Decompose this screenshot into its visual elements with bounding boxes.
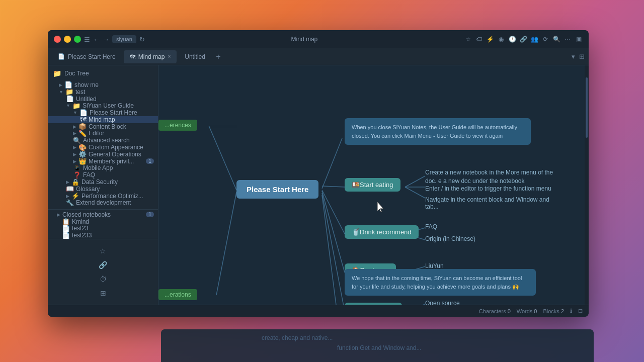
graph-icon[interactable]: ◉ <box>497 35 505 43</box>
start-eating-child-3: Navigate in the content block and Window… <box>425 196 556 210</box>
drink-recommend-node[interactable]: 🥤 Drink recommend <box>345 225 419 239</box>
closed-notebooks-badge: 1 <box>146 212 154 217</box>
history-bottom-icon[interactable]: ⏱ <box>48 273 158 286</box>
doc-icon: 📄 <box>62 225 70 232</box>
item-label: SiYuan User Guide <box>83 102 154 109</box>
sidebar-item-content-block[interactable]: ▶ 📦 Content Block <box>48 123 158 130</box>
link-bottom-icon[interactable]: 🔗 <box>48 258 158 272</box>
sidebar-item-glossary[interactable]: 📖 Glossary <box>48 186 158 193</box>
link-icon[interactable]: 🔗 <box>519 35 527 43</box>
doc-tree-header[interactable]: 📁 Doc Tree <box>48 65 158 81</box>
more-icon[interactable]: ⋯ <box>564 35 572 43</box>
svg-line-4 <box>405 187 425 198</box>
new-tab-button[interactable]: + <box>213 52 223 62</box>
sync-icon[interactable]: ↻ <box>139 36 145 43</box>
scrollbar-thumb[interactable] <box>586 77 588 138</box>
tab-untitled[interactable]: Untitled <box>179 50 211 63</box>
sidebar-item-data-security[interactable]: ▶ 🔒 Data Security <box>48 178 158 186</box>
appearance-icon: 🎨 <box>78 144 87 151</box>
folder-icon[interactable]: ☰ <box>84 36 90 43</box>
editor-icon: ✏️ <box>78 130 87 137</box>
sidebar-item-members[interactable]: ▶ 👑 Member's privil... 1 <box>48 158 158 165</box>
app-name-label[interactable]: siyuan <box>112 35 136 43</box>
sidebar-item-custom-appearance[interactable]: ▶ 🎨 Custom Appearance <box>48 144 158 151</box>
tab-bar: 📄 Please Start Here 🗺 Mind map × Untitle… <box>48 48 589 65</box>
map-icon: 🗺 <box>80 116 87 123</box>
arrow-icon: ▶ <box>59 82 62 87</box>
svg-line-15 <box>209 126 236 190</box>
panel-icon[interactable]: ▣ <box>575 35 583 43</box>
sidebar-item-test23[interactable]: 📄 test23 <box>48 225 158 232</box>
tab-bar-right: ▾ ⊞ <box>572 53 585 60</box>
sidebar-item-faq[interactable]: ❓ FAQ <box>48 171 158 178</box>
sidebar-item-mobile-app[interactable]: 📱 Mobile App <box>48 165 158 172</box>
sidebar-item-general-operations[interactable]: ▶ ⚙️ General Operations <box>48 151 158 158</box>
history-icon[interactable]: 🕐 <box>508 35 516 43</box>
close-button[interactable] <box>54 36 61 43</box>
item-label: FAQ <box>83 171 154 178</box>
item-label: Mind map <box>89 116 154 123</box>
folder-icon: 📁 <box>53 69 61 77</box>
item-label: test <box>75 88 154 96</box>
sidebar-item-advanced-search[interactable]: 🔍 Advanced search <box>48 137 158 144</box>
sidebar-item-test233[interactable]: 📄 test233 <box>48 232 158 239</box>
svg-line-12 <box>405 304 425 305</box>
sidebar-item-editor[interactable]: ▶ ✏️ Editor <box>48 130 158 137</box>
doc-icon: 📄 <box>66 96 74 103</box>
contribution-node[interactable]: ❤️ Contribution <box>345 303 402 305</box>
mindmap-area[interactable]: When you close SiYuan Notes, the User Gu… <box>158 65 589 305</box>
tab-please-start-here[interactable]: 📄 Please Start Here <box>52 50 122 63</box>
item-label: Untitled <box>76 96 154 103</box>
sidebar-item-test[interactable]: ▼ 📁 test <box>48 88 158 96</box>
sidebar-item-extend-dev[interactable]: 🔧 Extend development <box>48 200 158 207</box>
forward-button[interactable]: → <box>103 36 109 43</box>
item-label: Advanced search <box>83 137 154 144</box>
settings-bottom-icon[interactable]: ⊞ <box>48 287 158 300</box>
bottom-info-box: We hope that in the coming time, SiYuan … <box>345 269 536 296</box>
drink-label: Drink recommend <box>360 228 412 236</box>
star-icon[interactable]: ☆ <box>464 35 472 43</box>
start-eating-node[interactable]: 🍱 Start eating <box>345 178 400 192</box>
item-label: test23 <box>72 225 154 232</box>
flash-icon[interactable]: ⚡ <box>486 35 494 43</box>
minimize-button[interactable] <box>64 36 71 43</box>
characters-value: 0 <box>508 308 511 314</box>
bottom-info-text: We hope that in the coming time, SiYuan … <box>352 275 522 290</box>
left-tag-2[interactable]: ...erations <box>158 289 197 300</box>
maximize-button[interactable] <box>74 36 81 43</box>
perf-icon: ⚡ <box>71 193 79 200</box>
left-tag-1[interactable]: ...erences <box>158 120 197 131</box>
star-bottom-icon[interactable]: ☆ <box>48 244 158 257</box>
split-view-icon[interactable]: ⊞ <box>579 53 585 60</box>
closed-notebooks-header[interactable]: ▶ Closed notebooks 1 <box>48 209 158 218</box>
sidebar-item-please-start-here[interactable]: ▼ 📄 Please Start Here <box>48 109 158 116</box>
sidebar-item-mind-map[interactable]: 🗺 Mind map <box>48 116 158 123</box>
back-button[interactable]: ← <box>93 36 100 43</box>
characters-label: Characters <box>479 308 506 314</box>
secondary-window: create, cheap and native... function Get… <box>161 329 594 362</box>
tab-mind-map[interactable]: 🗺 Mind map × <box>124 50 177 63</box>
vertical-scrollbar[interactable] <box>585 65 589 305</box>
people-icon[interactable]: 👥 <box>530 35 538 43</box>
item-label: Please Start Here <box>90 109 154 116</box>
tag-icon[interactable]: 🏷 <box>475 35 483 43</box>
title-bar-left: ☰ ← → siyuan ↻ <box>54 35 145 43</box>
info-icon[interactable]: ℹ <box>570 308 572 314</box>
sidebar-item-siyuan-user-guide[interactable]: ▼ 📁 SiYuan User Guide <box>48 102 158 109</box>
toolbar-right: ☆ 🏷 ⚡ ◉ 🕐 🔗 👥 ⟳ 🔍 ⋯ ▣ <box>464 35 583 43</box>
glossary-icon: 📖 <box>66 186 74 193</box>
search-icon[interactable]: 🔍 <box>552 35 560 43</box>
sidebar-item-performance[interactable]: ▶ ⚡ Performance Optimiz... <box>48 193 158 200</box>
arrow-icon: ▶ <box>73 131 76 136</box>
layout-icon[interactable]: ⊟ <box>578 308 583 314</box>
sidebar-item-untitled[interactable]: 📄 Untitled <box>48 96 158 103</box>
central-node[interactable]: Please Start Here <box>236 180 318 199</box>
sidebar-item-show-me[interactable]: ▶ 📄 show me <box>48 81 158 88</box>
drink-child-2: Origin (in Chinese) <box>425 235 475 242</box>
tab-close-button[interactable]: × <box>168 54 171 59</box>
secondary-text-1: create, cheap and native... <box>262 334 333 341</box>
refresh-icon[interactable]: ⟳ <box>541 35 549 43</box>
sidebar-item-kmind[interactable]: 📋 Kmind <box>48 218 158 225</box>
tab-dropdown-icon[interactable]: ▾ <box>572 53 575 60</box>
item-label: Data Security <box>82 178 154 186</box>
